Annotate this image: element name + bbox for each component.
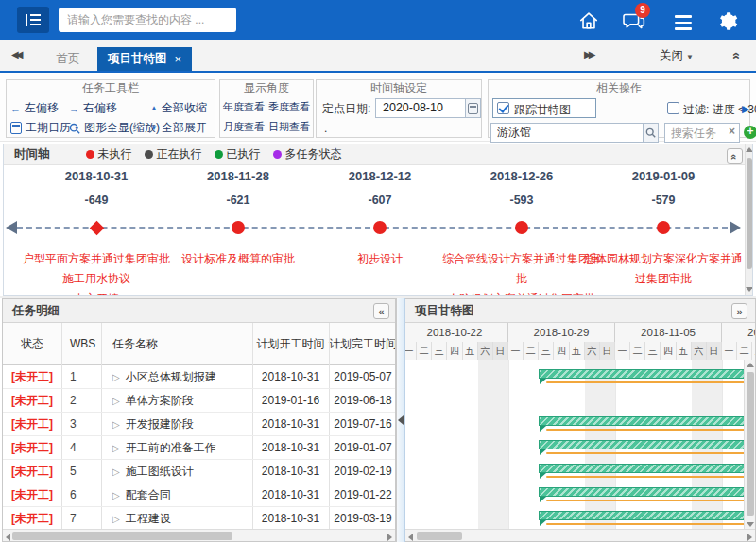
gantt-bar[interactable] bbox=[539, 369, 756, 384]
date-picker-button[interactable] bbox=[466, 98, 481, 118]
expand-icon[interactable]: ▷ bbox=[112, 490, 120, 500]
task-status: [未开工] bbox=[3, 483, 61, 507]
gantt-chart-body bbox=[405, 360, 756, 531]
splitter-handle-icon[interactable] bbox=[398, 415, 404, 425]
scroll-up-icon[interactable] bbox=[747, 363, 754, 367]
scrollbar-thumb[interactable] bbox=[417, 532, 462, 540]
milestone-label: 总体园林规划方案深化方案并通过集团审批 bbox=[581, 249, 746, 289]
table-row[interactable]: [未开工] 2 ▷单体方案阶段 2019-01-16 2019-06-18 bbox=[3, 389, 395, 413]
year-view-button[interactable]: 年度查看 bbox=[223, 100, 265, 114]
scroll-up-icon[interactable] bbox=[746, 147, 753, 152]
column-header-end[interactable]: 计划完工时间 bbox=[329, 323, 396, 365]
settings-icon[interactable] bbox=[714, 8, 739, 33]
table-row[interactable]: [未开工] 1 ▷小区总体规划报建 2018-10-31 2019-05-07 bbox=[3, 365, 395, 389]
gantt-horizontal-scrollbar[interactable] bbox=[405, 529, 755, 541]
home-icon[interactable] bbox=[576, 8, 601, 33]
gantt-bar[interactable] bbox=[539, 487, 756, 502]
tab-home[interactable]: 首页 bbox=[38, 47, 98, 71]
gantt-bar[interactable] bbox=[539, 464, 756, 479]
zoom-fit-button[interactable]: 图形全显(缩放) bbox=[69, 120, 160, 136]
search-button[interactable] bbox=[644, 123, 659, 143]
track-gantt-checkbox[interactable] bbox=[497, 102, 509, 114]
task-horizontal-scrollbar[interactable] bbox=[3, 529, 395, 541]
quarter-view-button[interactable]: 季度查看 bbox=[268, 100, 310, 114]
milestone-offset: -607 bbox=[298, 194, 462, 207]
gantt-vertical-scrollbar[interactable] bbox=[744, 360, 755, 531]
task-end-date: 2019-05-07 bbox=[329, 365, 396, 389]
milestone: 2019-01-09 -579 总体园林规划方案深化方案并通过集团审批 bbox=[581, 144, 746, 295]
gantt-bar[interactable] bbox=[539, 416, 756, 432]
expand-icon[interactable]: ▷ bbox=[112, 372, 120, 382]
scroll-right-icon[interactable] bbox=[387, 534, 392, 541]
scroll-right-icon[interactable] bbox=[747, 534, 752, 541]
caret-down-icon: ▼ bbox=[686, 53, 694, 61]
expand-icon[interactable]: ▷ bbox=[112, 514, 120, 524]
milestone-marker-icon[interactable] bbox=[89, 221, 104, 236]
column-header-name[interactable]: 任务名称 bbox=[101, 323, 252, 365]
collapse-panel-button[interactable]: « bbox=[373, 303, 389, 319]
expand-panel-button[interactable]: » bbox=[731, 303, 747, 319]
table-row[interactable]: [未开工] 7 ▷工程建设 2018-10-31 2019-03-19 bbox=[3, 507, 395, 531]
task-name: ▷单体方案阶段 bbox=[101, 389, 252, 413]
column-header-status[interactable]: 状态 bbox=[3, 323, 61, 365]
panel-splitter[interactable] bbox=[396, 298, 405, 542]
timeline-vertical-scrollbar[interactable] bbox=[745, 144, 752, 295]
close-menu-button[interactable]: 关闭▼ bbox=[660, 48, 694, 64]
tabs-scroll-right-icon[interactable]: ▶▶ bbox=[584, 49, 593, 59]
task-name: ▷施工图纸设计 bbox=[101, 460, 252, 483]
scroll-left-icon[interactable] bbox=[408, 534, 413, 541]
date-view-button[interactable]: 日期查看 bbox=[268, 120, 310, 134]
milestone-marker-icon[interactable] bbox=[373, 221, 387, 234]
column-header-start[interactable]: 计划开工时间 bbox=[252, 323, 329, 365]
tab-underline bbox=[0, 71, 756, 73]
play-icon[interactable]: ▶ bbox=[742, 103, 749, 115]
shift-right-button[interactable]: →右偏移 bbox=[69, 100, 117, 116]
scrollbar-thumb[interactable] bbox=[747, 158, 752, 269]
collapse-all-button[interactable]: ▲全部收缩 bbox=[150, 100, 207, 116]
close-tab-icon[interactable]: × bbox=[174, 47, 181, 71]
milestone-marker-icon[interactable] bbox=[232, 221, 245, 234]
menu-icon[interactable] bbox=[671, 10, 696, 35]
table-row[interactable]: [未开工] 4 ▷开工前的准备工作 2018-10-31 2019-01-07 bbox=[3, 436, 395, 460]
column-header-wbs[interactable]: WBS bbox=[61, 323, 101, 365]
expand-all-button[interactable]: ▼全部展开 bbox=[150, 120, 207, 136]
expand-icon[interactable]: ▷ bbox=[112, 443, 120, 453]
milestone-offset: -621 bbox=[156, 194, 320, 207]
scrollbar-thumb[interactable] bbox=[747, 372, 754, 516]
filter-progress-checkbox[interactable] bbox=[667, 102, 679, 114]
gantt-bar[interactable] bbox=[539, 511, 756, 526]
clear-search-icon[interactable]: × bbox=[729, 125, 735, 138]
task-table-body: [未开工] 1 ▷小区总体规划报建 2018-10-31 2019-05-07 … bbox=[3, 365, 395, 531]
add-icon[interactable]: + bbox=[744, 126, 756, 139]
tab-project-gantt[interactable]: 项目甘特图 × bbox=[97, 47, 192, 71]
panel-title: 相关操作 bbox=[489, 80, 749, 96]
task-name: ▷小区总体规划报建 bbox=[101, 365, 252, 389]
fixed-date-input[interactable]: 2020-08-10 bbox=[375, 98, 466, 118]
expand-icon[interactable]: ▷ bbox=[112, 419, 120, 430]
gantt-bar[interactable] bbox=[539, 440, 756, 455]
tabs-scroll-left-icon[interactable]: ◀◀ bbox=[11, 49, 20, 59]
sidebar-toggle-icon bbox=[30, 14, 41, 25]
scroll-down-icon[interactable] bbox=[747, 522, 754, 527]
table-row[interactable]: [未开工] 3 ▷开发报建阶段 2018-10-31 2019-07-16 bbox=[3, 413, 395, 436]
scroll-down-icon[interactable] bbox=[746, 287, 753, 292]
shift-left-button[interactable]: ←左偏移 bbox=[10, 100, 59, 116]
expand-icon[interactable]: ▷ bbox=[112, 396, 120, 406]
global-search-input[interactable] bbox=[67, 13, 228, 26]
expand-icon[interactable]: ▷ bbox=[112, 466, 120, 477]
month-view-button[interactable]: 月度查看 bbox=[223, 120, 265, 134]
gantt-week-label: 2018-10-29 bbox=[508, 323, 615, 342]
collapse-toolbar-icon[interactable]: « bbox=[733, 48, 741, 63]
track-gantt-toggle[interactable]: 跟踪甘特图 bbox=[492, 98, 596, 118]
messages-icon[interactable]: 9 bbox=[622, 8, 646, 33]
calendar-icon bbox=[10, 122, 22, 134]
sidebar-toggle-button[interactable] bbox=[17, 7, 49, 33]
scrollbar-thumb[interactable] bbox=[12, 532, 232, 540]
table-row[interactable]: [未开工] 6 ▷配套合同 2018-10-31 2019-01-22 bbox=[3, 483, 395, 507]
project-filter-input[interactable] bbox=[491, 124, 643, 142]
table-row[interactable]: [未开工] 5 ▷施工图纸设计 2018-10-31 2019-02-19 bbox=[3, 460, 395, 483]
milestone-marker-icon[interactable] bbox=[515, 221, 528, 234]
scroll-left-icon[interactable] bbox=[6, 534, 10, 541]
gantt-day-header: 一二三四五六日一二三四五六日一二三四五六日一二三四五六日 bbox=[405, 342, 756, 360]
milestone-marker-icon[interactable] bbox=[657, 221, 670, 234]
